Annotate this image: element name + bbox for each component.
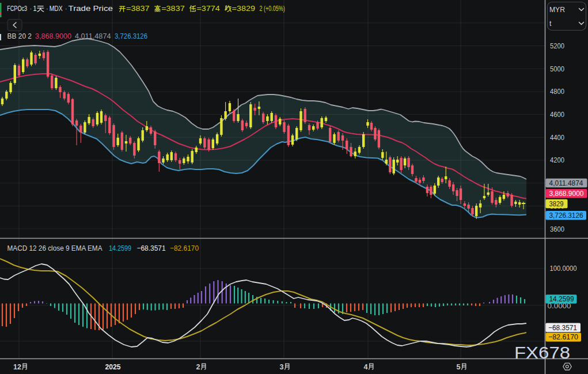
- svg-text:·: ·: [65, 4, 67, 13]
- svg-text:3,726.3126: 3,726.3126: [115, 32, 147, 40]
- svg-text:100.0000: 100.0000: [550, 265, 577, 273]
- svg-text:=3837: =3837: [161, 4, 185, 13]
- svg-text:−68.3571: −68.3571: [548, 324, 577, 332]
- svg-text:5: 5: [457, 363, 461, 371]
- svg-text:12: 12: [13, 363, 21, 371]
- svg-text:MACD 12 26 close 9 EMA EMA: MACD 12 26 close 9 EMA EMA: [7, 244, 103, 252]
- svg-text:3: 3: [280, 363, 284, 371]
- svg-text:=3837: =3837: [126, 4, 150, 13]
- svg-text:BB 20 2: BB 20 2: [7, 32, 32, 40]
- svg-text:5200: 5200: [550, 42, 564, 50]
- svg-text:14.2599: 14.2599: [109, 244, 131, 252]
- svg-text:4: 4: [364, 363, 368, 371]
- svg-text:−82.6170: −82.6170: [548, 333, 578, 341]
- svg-text:·: ·: [46, 4, 48, 13]
- svg-text:3,868.9000: 3,868.9000: [549, 190, 584, 198]
- svg-text:3600: 3600: [550, 225, 564, 233]
- svg-text:·: ·: [29, 4, 32, 13]
- svg-text:−82.6170: −82.6170: [170, 244, 199, 252]
- svg-text:3,868.9000: 3,868.9000: [35, 32, 71, 40]
- svg-text:3,726.3126: 3,726.3126: [549, 211, 583, 220]
- svg-text:4400: 4400: [550, 134, 564, 142]
- svg-text:4600: 4600: [550, 111, 564, 119]
- svg-text:−68.3571: −68.3571: [137, 244, 166, 252]
- svg-text:Trade Price: Trade Price: [69, 4, 113, 13]
- svg-text:FCPOc3: FCPOc3: [7, 4, 27, 13]
- svg-text:2: 2: [196, 363, 200, 371]
- svg-text:MDX: MDX: [50, 4, 63, 13]
- svg-text:MYR: MYR: [549, 6, 565, 14]
- svg-text:2 (+0.05%): 2 (+0.05%): [260, 4, 285, 13]
- svg-text:=3774: =3774: [196, 4, 220, 13]
- svg-text:5000: 5000: [550, 65, 564, 73]
- svg-text:4200: 4200: [550, 156, 564, 164]
- svg-text:=3829: =3829: [232, 4, 256, 13]
- svg-text:FX678: FX678: [514, 343, 570, 362]
- svg-text:4,011.4874: 4,011.4874: [75, 32, 111, 40]
- svg-text:t: t: [549, 20, 552, 28]
- svg-text:4,011.4874: 4,011.4874: [549, 179, 583, 187]
- svg-text:3829: 3829: [549, 200, 564, 208]
- svg-text:1: 1: [33, 4, 37, 13]
- svg-text:14.2599: 14.2599: [549, 295, 574, 303]
- svg-text:4800: 4800: [550, 88, 564, 96]
- svg-text:2025: 2025: [105, 363, 120, 371]
